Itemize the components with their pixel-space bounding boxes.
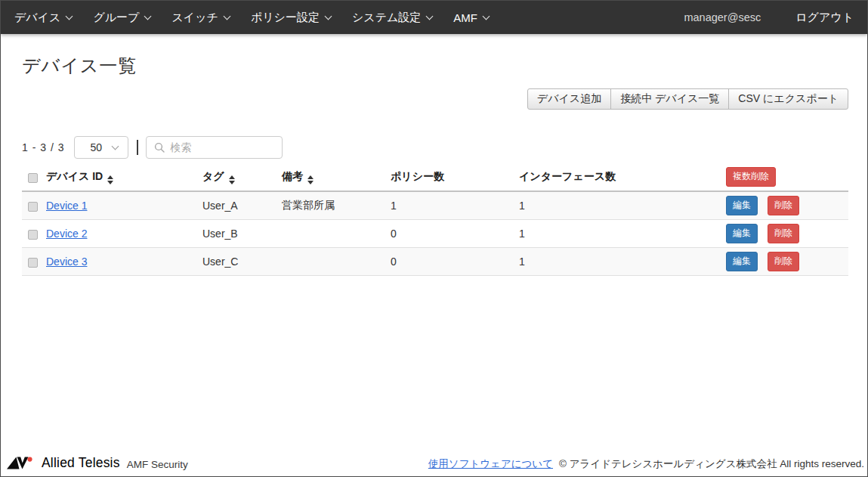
brand: Allied Telesis — [7, 455, 120, 471]
allied-telesis-logo-icon — [7, 456, 37, 470]
column-header-policy-count: ポリシー数 — [389, 164, 517, 191]
tag-cell: User_B — [201, 220, 280, 248]
chevron-down-icon — [144, 12, 152, 20]
remark-cell — [280, 220, 389, 248]
brand-name: Allied Telesis — [42, 455, 120, 471]
search-box — [146, 136, 283, 159]
column-header-device-id[interactable]: デバイス ID — [45, 164, 201, 191]
sort-icon — [307, 175, 314, 184]
search-input[interactable] — [170, 141, 274, 153]
tag-cell: User_C — [201, 248, 280, 276]
device-link[interactable]: Device 2 — [46, 228, 87, 240]
delete-button[interactable]: 削除 — [768, 224, 799, 243]
list-controls: 1 - 3 / 3 50 — [22, 136, 848, 159]
column-header-tag[interactable]: タグ — [201, 164, 280, 191]
page-title: デバイス一覧 — [22, 54, 848, 78]
user-account-label: manager@sesc — [684, 11, 761, 23]
delete-button[interactable]: 削除 — [768, 252, 799, 271]
edit-button[interactable]: 編集 — [726, 224, 758, 243]
product-name: AMF Security — [127, 459, 188, 471]
chevron-down-icon — [426, 12, 434, 20]
toolbar-button-group: デバイス追加 接続中 デバイス一覧 CSV にエクスポート — [527, 88, 848, 110]
software-info-link[interactable]: 使用ソフトウェアについて — [428, 457, 553, 471]
select-all-checkbox[interactable] — [28, 173, 38, 183]
page-size-value: 50 — [90, 141, 102, 153]
nav-menu-groups-label: グループ — [93, 11, 139, 25]
main-content: デバイス一覧 デバイス追加 接続中 デバイス一覧 CSV にエクスポート 1 -… — [1, 54, 867, 276]
device-link[interactable]: Device 1 — [46, 200, 87, 212]
device-link[interactable]: Device 3 — [46, 256, 87, 268]
logout-link[interactable]: ログアウト — [795, 11, 854, 25]
tag-cell: User_A — [201, 191, 280, 220]
chevron-down-icon — [66, 12, 73, 20]
chevron-down-icon — [483, 12, 490, 20]
toolbar: デバイス追加 接続中 デバイス一覧 CSV にエクスポート — [22, 88, 848, 110]
nav-menu-switches-label: スイッチ — [171, 11, 218, 25]
add-device-button[interactable]: デバイス追加 — [527, 88, 611, 110]
policy-count-cell: 0 — [389, 248, 517, 276]
chevron-down-icon — [324, 12, 332, 20]
remark-cell — [280, 248, 389, 276]
result-range-text: 1 - 3 / 3 — [22, 141, 64, 153]
edit-button[interactable]: 編集 — [726, 252, 758, 271]
table-row: Device 3 User_C 0 1 編集 削除 — [22, 248, 848, 276]
sort-icon — [107, 175, 113, 184]
device-table: デバイス ID タグ 備考 ポリシー数 インターフェース数 複数削除 Devic… — [22, 164, 848, 276]
nav-menu-groups[interactable]: グループ — [82, 1, 161, 34]
bulk-delete-button[interactable]: 複数削除 — [726, 167, 776, 187]
row-checkbox[interactable] — [28, 230, 38, 240]
top-navbar: デバイス グループ スイッチ ポリシー設定 システム設定 AMF manager… — [1, 1, 867, 34]
table-header-row: デバイス ID タグ 備考 ポリシー数 インターフェース数 複数削除 — [22, 164, 848, 191]
navbar-right: manager@sesc ログアウト — [684, 11, 854, 25]
copyright-text: © アライドテレシスホールディングス株式会社 All rights reserv… — [559, 457, 864, 471]
controls-divider — [137, 140, 138, 155]
column-header-interface-count: インターフェース数 — [517, 164, 724, 191]
policy-count-cell: 0 — [389, 220, 517, 248]
nav-menu-switches[interactable]: スイッチ — [161, 1, 239, 34]
chevron-down-icon — [112, 143, 119, 150]
table-row: Device 2 User_B 0 1 編集 削除 — [22, 220, 848, 248]
remark-cell: 営業部所属 — [280, 191, 389, 220]
export-csv-button[interactable]: CSV にエクスポート — [728, 88, 848, 110]
table-row: Device 1 User_A 営業部所属 1 1 編集 削除 — [22, 191, 848, 220]
nav-menu-devices-label: デバイス — [14, 11, 60, 25]
edit-button[interactable]: 編集 — [726, 196, 758, 215]
search-icon — [154, 142, 165, 153]
nav-menu-devices[interactable]: デバイス — [14, 1, 82, 34]
footer-legal-area: 使用ソフトウェアについて © アライドテレシスホールディングス株式会社 All … — [428, 457, 864, 471]
footer: Allied Telesis AMF Security 使用ソフトウェアについて… — [1, 455, 867, 476]
page-size-select[interactable]: 50 — [74, 136, 128, 159]
footer-brand-area: Allied Telesis AMF Security — [7, 455, 188, 471]
nav-menu-amf[interactable]: AMF — [443, 1, 499, 34]
sort-icon — [229, 175, 235, 184]
delete-button[interactable]: 削除 — [768, 196, 799, 215]
connected-devices-button[interactable]: 接続中 デバイス一覧 — [610, 88, 729, 110]
column-header-remark[interactable]: 備考 — [280, 164, 389, 191]
app-window: デバイス グループ スイッチ ポリシー設定 システム設定 AMF manager… — [0, 0, 868, 477]
chevron-down-icon — [223, 12, 230, 20]
policy-count-cell: 1 — [389, 191, 517, 220]
nav-menu-policy-settings[interactable]: ポリシー設定 — [240, 1, 341, 34]
nav-menu-system-settings[interactable]: システム設定 — [341, 1, 443, 34]
interface-count-cell: 1 — [517, 220, 724, 248]
nav-menu-amf-label: AMF — [453, 11, 477, 24]
nav-menu-policy-settings-label: ポリシー設定 — [251, 11, 320, 25]
interface-count-cell: 1 — [517, 191, 724, 220]
nav-menu-system-settings-label: システム設定 — [352, 11, 421, 25]
row-checkbox[interactable] — [28, 258, 38, 268]
row-checkbox[interactable] — [28, 202, 38, 212]
interface-count-cell: 1 — [517, 248, 724, 276]
